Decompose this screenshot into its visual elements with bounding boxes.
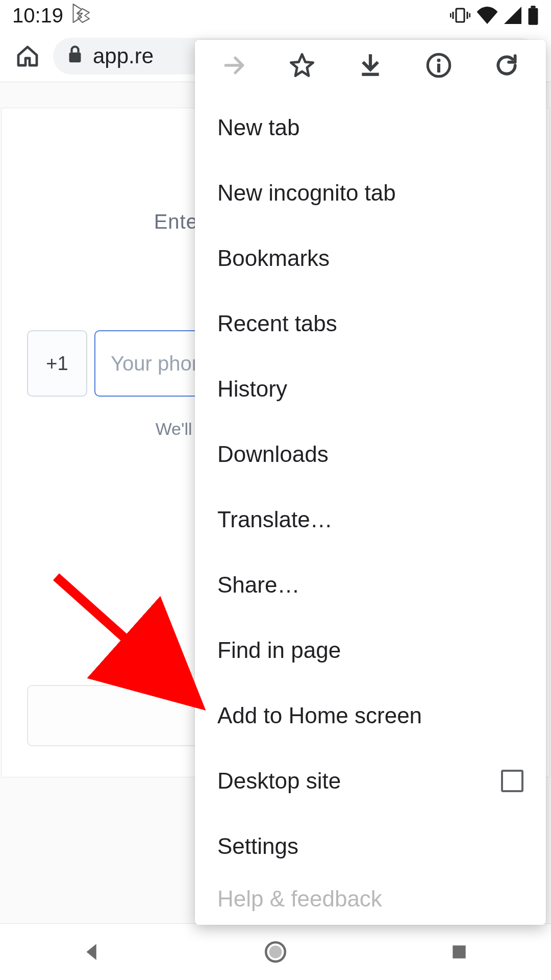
menu-item-label: Settings bbox=[217, 834, 298, 859]
menu-item-settings[interactable]: Settings bbox=[195, 814, 546, 879]
menu-item-label: Help & feedback bbox=[217, 886, 382, 912]
svg-rect-13 bbox=[437, 64, 440, 72]
menu-item-help-feedback[interactable]: Help & feedback bbox=[195, 879, 546, 925]
android-nav-bar bbox=[0, 924, 551, 980]
menu-item-find-in-page[interactable]: Find in page bbox=[195, 618, 546, 683]
status-time: 10:19 bbox=[12, 4, 63, 27]
svg-rect-10 bbox=[362, 73, 379, 76]
status-bar: 10:19 bbox=[0, 0, 551, 31]
menu-item-share[interactable]: Share… bbox=[195, 552, 546, 618]
download-page-button[interactable] bbox=[353, 47, 388, 83]
menu-item-label: Find in page bbox=[217, 638, 341, 663]
svg-point-16 bbox=[269, 946, 282, 959]
svg-rect-5 bbox=[529, 8, 538, 25]
svg-rect-6 bbox=[531, 6, 535, 8]
chrome-overflow-menu: New tabNew incognito tabBookmarksRecent … bbox=[195, 40, 546, 925]
recents-nav-button[interactable] bbox=[439, 932, 480, 972]
menu-item-new-tab[interactable]: New tab bbox=[195, 95, 546, 160]
menu-item-label: Translate… bbox=[217, 507, 333, 532]
menu-item-label: Add to Home screen bbox=[217, 703, 422, 728]
menu-item-recent-tabs[interactable]: Recent tabs bbox=[195, 291, 546, 356]
menu-item-add-to-home-screen[interactable]: Add to Home screen bbox=[195, 683, 546, 748]
bookmark-star-button[interactable] bbox=[284, 47, 320, 83]
forward-button[interactable] bbox=[216, 47, 252, 83]
menu-icon-row bbox=[195, 40, 546, 91]
menu-item-new-incognito-tab[interactable]: New incognito tab bbox=[195, 160, 546, 226]
svg-point-12 bbox=[437, 59, 440, 62]
reload-button[interactable] bbox=[489, 47, 524, 83]
svg-rect-17 bbox=[453, 945, 465, 958]
menu-item-label: Desktop site bbox=[217, 768, 341, 794]
desktop-site-checkbox[interactable] bbox=[501, 770, 523, 792]
battery-icon bbox=[528, 6, 539, 25]
menu-item-bookmarks[interactable]: Bookmarks bbox=[195, 226, 546, 291]
menu-item-desktop-site[interactable]: Desktop site bbox=[195, 748, 546, 814]
menu-item-label: History bbox=[217, 376, 287, 402]
svg-rect-7 bbox=[69, 53, 81, 63]
back-nav-button[interactable] bbox=[71, 932, 112, 972]
menu-item-downloads[interactable]: Downloads bbox=[195, 422, 546, 487]
play-store-icon bbox=[72, 3, 91, 28]
menu-item-label: Bookmarks bbox=[217, 246, 330, 271]
svg-rect-0 bbox=[456, 9, 464, 22]
cell-signal-icon bbox=[504, 7, 521, 24]
home-nav-button[interactable] bbox=[255, 932, 296, 972]
vibrate-icon bbox=[450, 7, 470, 24]
url-text: app.re bbox=[93, 44, 154, 68]
wifi-icon bbox=[477, 7, 498, 24]
home-button[interactable] bbox=[12, 41, 43, 71]
menu-item-label: New incognito tab bbox=[217, 180, 396, 206]
lock-icon bbox=[67, 44, 83, 68]
menu-item-label: Recent tabs bbox=[217, 311, 337, 336]
page-info-button[interactable] bbox=[421, 47, 457, 83]
menu-item-translate[interactable]: Translate… bbox=[195, 487, 546, 552]
menu-item-label: Share… bbox=[217, 572, 299, 598]
menu-item-history[interactable]: History bbox=[195, 356, 546, 422]
country-code-select[interactable]: +1 bbox=[27, 330, 87, 397]
menu-item-label: Downloads bbox=[217, 442, 329, 467]
menu-item-label: New tab bbox=[217, 115, 299, 140]
